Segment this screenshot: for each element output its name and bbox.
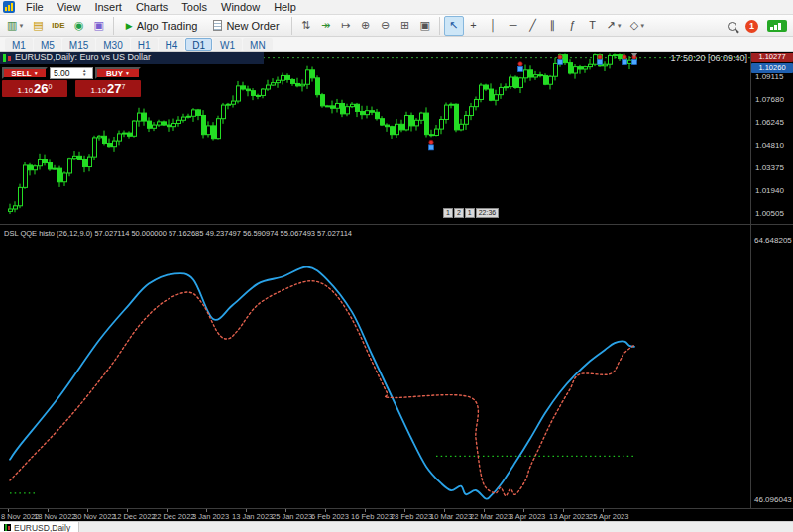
cursor-icon: ↖	[449, 20, 458, 31]
timeframe-m30[interactable]: M30	[96, 38, 129, 51]
menu-window[interactable]: Window	[214, 0, 267, 14]
app-logo-icon	[3, 1, 15, 13]
menu-file[interactable]: File	[19, 0, 51, 14]
timeframe-h1[interactable]: H1	[131, 38, 158, 51]
timeframe-m1[interactable]: M1	[5, 38, 33, 51]
menu-charts[interactable]: Charts	[129, 0, 174, 14]
menu-view[interactable]: View	[51, 0, 88, 14]
price-axis-label: 1.01940	[755, 186, 784, 195]
lot-spinner[interactable]: ▲▼	[82, 69, 86, 77]
horizontal-line-button[interactable]: ─	[504, 16, 523, 36]
chart-title-bar: EURUSD,Daily: Euro vs US Dollar	[0, 52, 264, 64]
indicator-pane-canvas[interactable]	[0, 226, 751, 508]
timeframe-mn[interactable]: MN	[243, 38, 273, 51]
layouts-button[interactable]: ▣	[89, 16, 109, 36]
notification-badge[interactable]: 1	[745, 20, 758, 33]
indicator-label: DSL QQE histo (26,12,9.0) 57.027114 50.0…	[4, 229, 352, 238]
arrows-button[interactable]: ↗▼	[603, 16, 626, 36]
buy-price-pips: 27	[107, 81, 121, 96]
timeframe-h4[interactable]: H4	[159, 38, 185, 51]
profiles-button[interactable]: ▤	[28, 16, 48, 36]
buy-price-base: 1.10	[91, 86, 107, 95]
scale-toggle-icon: ⇅	[301, 20, 310, 31]
arrows-icon: ↗	[607, 20, 616, 31]
price-axis-label: 1.04810	[755, 141, 784, 150]
menu-items: FileViewInsertChartsToolsWindowHelp	[19, 0, 303, 14]
zoom-out-button[interactable]: ⊖	[376, 16, 396, 36]
timeframe-w1[interactable]: W1	[213, 38, 242, 51]
bid-price-tag: 1.10260	[751, 63, 793, 73]
algo-trading-button[interactable]: ▶ Algo Trading	[118, 16, 206, 36]
vertical-line-icon: │	[490, 20, 497, 31]
new-chart-button[interactable]: ▥▼	[3, 16, 28, 36]
new-order-button[interactable]: New Order	[205, 16, 286, 36]
date-axis-label: 10 Mar 2023	[430, 512, 472, 521]
chart-shift-icon: ↦	[341, 20, 350, 31]
timeframe-m5[interactable]: M5	[34, 38, 61, 51]
chevron-down-icon: ▼	[18, 23, 24, 29]
sell-price-box[interactable]: 1.10 26 0	[2, 80, 67, 97]
text-button[interactable]: T	[583, 16, 603, 36]
lot-size-input[interactable]	[51, 68, 82, 78]
timeframe-d1[interactable]: D1	[185, 38, 212, 51]
date-axis-label: 22 Dec 2022	[153, 512, 195, 521]
search-icon[interactable]	[728, 22, 736, 31]
fibonacci-button[interactable]: ƒ	[563, 16, 583, 36]
buy-label: BUY	[106, 69, 123, 78]
axis-divider	[750, 52, 751, 508]
date-axis-label: 30 Nov 2022	[73, 512, 116, 521]
vertical-line-button[interactable]: │	[484, 16, 504, 36]
buy-price-point: 7	[122, 83, 126, 90]
buy-price-box[interactable]: 1.10 27 7	[75, 80, 141, 97]
new-window-button[interactable]: ▣	[415, 16, 435, 36]
sell-signal-icon	[518, 62, 523, 72]
menu-tools[interactable]: Tools	[174, 0, 214, 14]
zoom-in-button[interactable]: ⊕	[356, 16, 376, 36]
chart-shift-button[interactable]: ↦	[336, 16, 356, 36]
shapes-button[interactable]: ◇▼	[626, 16, 649, 36]
algo-status-icon-icon: ◉	[74, 20, 84, 31]
menu-insert[interactable]: Insert	[87, 0, 129, 14]
auto-scroll-icon: ↠	[321, 20, 330, 31]
menu-bar: FileViewInsertChartsToolsWindowHelp	[0, 0, 793, 15]
crosshair-button[interactable]: +	[464, 16, 484, 36]
date-axis-label: 13 Apr 2023	[549, 512, 589, 521]
buy-button[interactable]: BUY ▼	[95, 67, 141, 79]
auto-scroll-button[interactable]: ↠	[316, 16, 336, 36]
sell-button[interactable]: SELL ▼	[2, 67, 48, 79]
price-axis-label: 1.09115	[755, 72, 783, 81]
one-click-trading-panel: SELL ▼ ▲▼ BUY ▼ 1.10 26 0	[2, 67, 143, 97]
play-icon: ▶	[126, 21, 133, 31]
ask-price-tag: 1.10277	[751, 53, 793, 62]
date-axis-label: 22 Mar 2023	[470, 512, 511, 521]
sell-signal-icon	[558, 55, 563, 65]
scale-toggle-button[interactable]: ⇅	[296, 16, 316, 36]
qqe-line	[10, 266, 634, 498]
document-icon	[213, 20, 222, 31]
lot-size-field[interactable]: ▲▼	[50, 67, 93, 79]
chart-tab-eurusd[interactable]: EURUSD,Daily	[0, 522, 79, 532]
metaeditor-button[interactable]: IDE	[48, 16, 68, 36]
menu-help[interactable]: Help	[267, 0, 303, 14]
channel-button[interactable]: ∥	[543, 16, 563, 36]
new-chart-icon: ▥	[7, 20, 17, 31]
toolbar-separator	[113, 17, 114, 35]
tile-windows-button[interactable]: ⊞	[396, 16, 415, 36]
price-axis-label: 1.07680	[755, 95, 784, 104]
chart-shift-marker[interactable]	[630, 53, 638, 57]
chart-tab-icon	[4, 524, 11, 531]
date-axis-label: 6 Feb 2023	[311, 512, 349, 521]
trade-signal-markers	[429, 55, 637, 150]
algo-status-icon-button[interactable]: ◉	[69, 16, 89, 36]
buy-signal-icon	[429, 140, 434, 150]
sell-signal-icon	[598, 55, 603, 65]
trendline-button[interactable]: ╱	[523, 16, 543, 36]
cursor-button[interactable]: ↖	[444, 16, 464, 36]
zoom-in-icon: ⊕	[361, 20, 370, 31]
pane-splitter[interactable]	[0, 224, 793, 225]
timeframe-m15[interactable]: M15	[62, 38, 95, 51]
chevron-down-icon: ▼	[639, 23, 645, 29]
sell-label: SELL	[11, 69, 31, 78]
date-axis: 8 Nov 202218 Nov 202230 Nov 202212 Dec 2…	[0, 509, 751, 521]
price-axis-label: 1.06245	[755, 118, 784, 127]
